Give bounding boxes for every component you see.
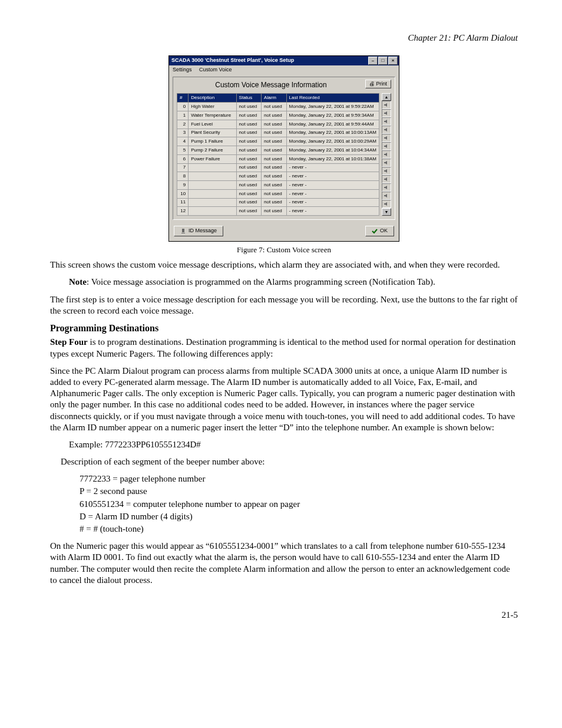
table-row[interactable]: 8not usednot used- never - [177,172,379,181]
table-row[interactable]: 0High Waternot usednot usedMonday, Janua… [177,103,379,111]
cell-desc[interactable]: Plant Security [189,129,236,137]
figure-caption: Figure 7: Custom Voice screen [50,245,518,255]
svg-marker-12 [384,202,387,206]
cell-idx: 10 [177,189,189,198]
cell-status: not used [236,129,261,137]
cell-status: not used [236,154,261,163]
cell-desc[interactable] [189,207,236,216]
cell-status: not used [236,120,261,129]
scroll-down-icon[interactable]: ▼ [382,208,391,216]
cell-alarm: not used [262,198,287,207]
minimize-icon[interactable]: – [368,57,378,65]
table-row[interactable]: 10not usednot used- never - [177,189,379,198]
menu-settings[interactable]: Settings [173,67,192,73]
chapter-header: Chapter 21: PC Alarm Dialout [50,32,518,44]
cell-desc[interactable]: High Water [189,103,236,111]
cell-alarm: not used [262,163,287,172]
menu-custom-voice[interactable]: Custom Voice [199,67,232,73]
cell-recorded: - never - [286,198,379,207]
table-row[interactable]: 4Pump 1 Failurenot usednot usedMonday, J… [177,137,379,146]
svg-rect-13 [182,229,184,232]
seg2: P = 2 second pause [80,486,518,497]
cell-recorded: Monday, January 22, 2001 at 9:59:44AM [286,120,379,129]
col-status: Status [236,94,261,103]
speaker-icon [384,136,389,140]
cell-idx: 5 [177,146,189,155]
record-row-button[interactable] [382,200,391,208]
scroll-up-icon[interactable]: ▲ [382,93,391,101]
cell-desc[interactable]: Power Failure [189,154,236,163]
voice-grid[interactable]: # Description Status Alarm Last Recorded… [177,93,379,216]
record-row-button[interactable] [382,126,391,134]
segments-intro: Description of each segment of the beepe… [61,456,518,467]
record-row-button[interactable] [382,167,391,175]
menubar: Settings Custom Voice [169,65,399,75]
print-button[interactable]: 🖨 Print [365,80,391,89]
col-desc: Description [189,94,236,103]
ok-button[interactable]: OK [365,226,394,236]
speaker-icon [384,169,389,173]
record-row-button[interactable] [382,192,391,200]
example-line: Example: 7772233PP6105551234D# [69,439,512,450]
cell-desc[interactable] [189,189,236,198]
record-row-button[interactable] [382,134,391,142]
cell-desc[interactable]: Pump 1 Failure [189,137,236,146]
table-row[interactable]: 11not usednot used- never - [177,198,379,207]
cell-desc[interactable]: Water Temperature [189,111,236,120]
cell-recorded: - never - [286,181,379,190]
id-message-button[interactable]: ID Message [174,226,223,236]
table-row[interactable]: 3Plant Securitynot usednot usedMonday, J… [177,129,379,137]
cell-alarm: not used [262,146,287,155]
cell-desc[interactable] [189,172,236,181]
cell-desc[interactable] [189,198,236,207]
cell-status: not used [236,137,261,146]
seg5: # = # (touch-tone) [80,523,518,535]
cell-idx: 2 [177,120,189,129]
cell-desc[interactable] [189,181,236,190]
speaker-icon [384,144,389,149]
note-paragraph: Note: Voice message association is progr… [69,276,512,288]
cell-status: not used [236,111,261,120]
table-row[interactable]: 7not usednot used- never - [177,163,379,172]
seg1: 7772233 = pager telephone number [80,473,518,485]
table-row[interactable]: 12not usednot used- never - [177,207,379,216]
seg4: D = Alarm ID number (4 digits) [80,511,518,522]
speaker-icon [384,193,389,198]
col-recorded: Last Recorded [286,94,379,103]
record-row-button[interactable] [382,109,391,117]
record-row-button[interactable] [382,101,391,109]
record-row-button[interactable] [382,159,391,167]
cell-status: not used [236,181,261,190]
record-row-button[interactable] [382,117,391,126]
cell-recorded: Monday, January 22, 2001 at 10:00:13AM [286,129,379,137]
record-row-button[interactable] [382,142,391,150]
panel: 🖨 Print Custom Voice Message Information… [173,77,395,220]
speaker-icon [384,111,389,116]
cell-desc[interactable]: Pump 2 Failure [189,146,236,155]
table-row[interactable]: 6Power Failurenot usednot usedMonday, Ja… [177,154,379,163]
record-row-button[interactable] [382,150,391,159]
maximize-icon[interactable]: □ [378,57,388,65]
cell-alarm: not used [262,120,287,129]
cell-desc[interactable]: Fuel Level [189,120,236,129]
cell-alarm: not used [262,181,287,190]
close-icon[interactable]: × [388,57,398,65]
cell-status: not used [236,198,261,207]
table-row[interactable]: 5Pump 2 Failurenot usednot usedMonday, J… [177,146,379,155]
record-row-button[interactable] [382,183,391,192]
cell-desc[interactable] [189,163,236,172]
table-row[interactable]: 9not usednot used- never - [177,181,379,190]
cell-recorded: Monday, January 22, 2001 at 10:01:38AM [286,154,379,163]
cell-alarm: not used [262,154,287,163]
table-row[interactable]: 2Fuel Levelnot usednot usedMonday, Janua… [177,120,379,129]
titlebar: SCADA 3000 'Chestnut Street Plant', Voic… [169,56,399,65]
table-row[interactable]: 1Water Temperaturenot usednot usedMonday… [177,111,379,120]
record-row-button[interactable] [382,175,391,183]
cell-status: not used [236,146,261,155]
speaker-icon [384,152,389,157]
cell-recorded: - never - [286,163,379,172]
body-p3: The first step is to enter a voice messa… [50,294,518,317]
svg-marker-1 [384,111,387,115]
voice-setup-window: SCADA 3000 'Chestnut Street Plant', Voic… [168,55,399,241]
window-title: SCADA 3000 'Chestnut Street Plant', Voic… [171,57,368,64]
